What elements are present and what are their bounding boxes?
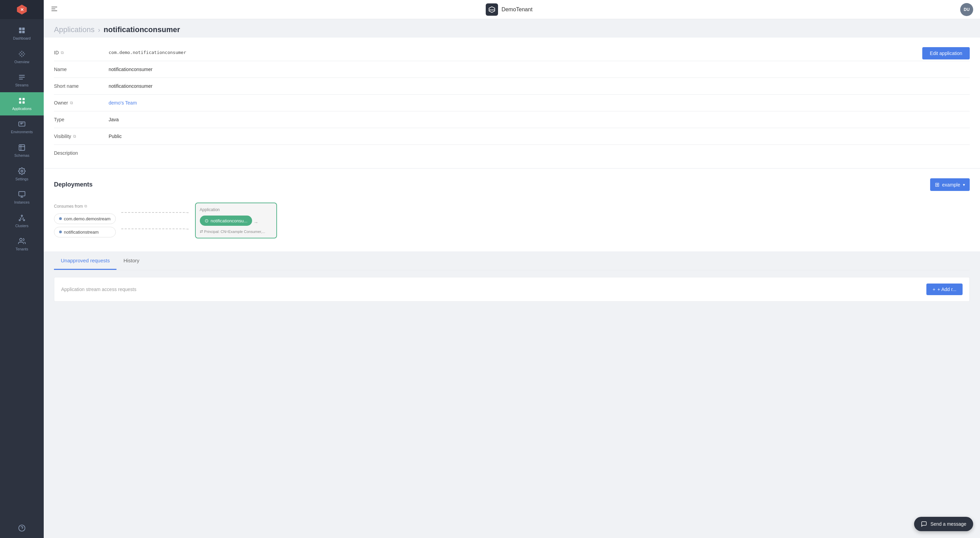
consumes-from-copy-icon[interactable]: ⧉ bbox=[84, 204, 87, 209]
divider-4 bbox=[54, 111, 970, 111]
svg-point-12 bbox=[21, 170, 23, 172]
application-node: Application ⊙ notificationconsu... → ⇄ P… bbox=[195, 202, 277, 239]
sidebar-item-applications[interactable]: Applications bbox=[0, 92, 44, 116]
sidebar-item-tenants[interactable]: Tenants bbox=[0, 232, 44, 256]
tenant-name: DemoTenant bbox=[501, 6, 533, 13]
sidebar-item-overview[interactable]: Overview bbox=[0, 45, 44, 69]
detail-label-id: ID ⧉ bbox=[54, 50, 109, 55]
env-selector-chevron-icon: ▾ bbox=[963, 182, 965, 187]
copy-owner-icon[interactable]: ⧉ bbox=[70, 100, 73, 105]
page-content: Applications › notificationconsumer Edit… bbox=[44, 19, 980, 538]
help-button[interactable] bbox=[13, 520, 30, 538]
detail-label-owner: Owner ⧉ bbox=[54, 100, 109, 105]
consumes-from-label: Consumes from ⧉ bbox=[54, 204, 116, 209]
detail-value-type: Java bbox=[109, 117, 119, 122]
sidebar-item-streams[interactable]: Streams bbox=[0, 68, 44, 92]
topbar-left bbox=[51, 5, 58, 14]
svg-text:✕: ✕ bbox=[20, 8, 24, 12]
svg-point-15 bbox=[19, 219, 21, 221]
deployments-section: Deployments ⊞ example ▾ Consumes from ⧉ bbox=[44, 169, 980, 251]
sidebar-item-clusters[interactable]: Clusters bbox=[0, 209, 44, 233]
deployments-header: Deployments ⊞ example ▾ bbox=[54, 178, 970, 191]
detail-row-visibility: Visibility ⧉ Public bbox=[54, 131, 970, 142]
copy-visibility-icon[interactable]: ⧉ bbox=[73, 134, 76, 138]
app-node-header: Application bbox=[200, 207, 272, 212]
divider-2 bbox=[54, 78, 970, 78]
topbar-center: DEMO DemoTenant bbox=[486, 3, 533, 16]
breadcrumb-separator: › bbox=[98, 26, 100, 34]
stream-access-card: Application stream access requests + + A… bbox=[54, 277, 970, 302]
divider-5 bbox=[54, 128, 970, 128]
tabs-bar: Unapproved requests History bbox=[54, 252, 970, 270]
breadcrumb-parent-link[interactable]: Applications bbox=[54, 25, 95, 34]
detail-row-type: Type Java bbox=[54, 114, 970, 125]
divider-3 bbox=[54, 94, 970, 95]
stream-pill-1[interactable]: com.demo.demostream bbox=[54, 213, 116, 224]
app-node-name[interactable]: ⊙ notificationconsu... bbox=[200, 215, 253, 226]
deployments-title: Deployments bbox=[54, 181, 92, 188]
sidebar-item-dashboard[interactable]: Dashboard bbox=[0, 22, 44, 45]
sidebar: ✕ Dashboard Overview Streams Application… bbox=[0, 0, 44, 538]
bottom-panel: Application stream access requests + + A… bbox=[44, 270, 980, 309]
svg-rect-10 bbox=[22, 102, 25, 103]
edit-application-button[interactable]: Edit application bbox=[922, 47, 970, 59]
svg-rect-5 bbox=[22, 31, 25, 33]
user-avatar[interactable]: DU bbox=[960, 3, 973, 16]
stream-dot-icon-2 bbox=[59, 231, 62, 233]
sidebar-item-schemas[interactable]: Schemas bbox=[0, 139, 44, 162]
add-request-icon: + bbox=[932, 287, 935, 292]
chat-bubble[interactable]: Send a message bbox=[914, 517, 973, 531]
svg-rect-13 bbox=[19, 192, 25, 196]
chat-label: Send a message bbox=[931, 521, 966, 527]
environment-selector-button[interactable]: ⊞ example ▾ bbox=[930, 178, 970, 191]
tab-unapproved-requests[interactable]: Unapproved requests bbox=[54, 252, 116, 270]
detail-label-short-name: Short name bbox=[54, 83, 109, 89]
env-selector-grid-icon: ⊞ bbox=[935, 181, 939, 188]
breadcrumb-current: notificationconsumer bbox=[103, 25, 180, 34]
menu-toggle-button[interactable] bbox=[51, 5, 58, 14]
add-request-button[interactable]: + + Add r... bbox=[926, 283, 963, 295]
divider-6 bbox=[54, 145, 970, 145]
topbar-right: DU bbox=[960, 3, 973, 16]
sidebar-logo: ✕ bbox=[0, 0, 44, 19]
sidebar-item-instances[interactable]: Instances bbox=[0, 186, 44, 209]
detail-value-visibility: Public bbox=[109, 134, 122, 139]
details-section: Edit application ID ⧉ com.demo.notificat… bbox=[44, 38, 980, 168]
topbar: DEMO DemoTenant DU bbox=[44, 0, 980, 19]
dashed-arrow-1: → bbox=[121, 210, 189, 215]
stream-pill-2[interactable]: notificationstream bbox=[54, 227, 116, 237]
detail-value-name: notificationconsumer bbox=[109, 67, 152, 72]
dashed-line-2 bbox=[121, 229, 185, 229]
detail-row-description: Description bbox=[54, 148, 970, 159]
svg-point-16 bbox=[24, 219, 25, 221]
svg-rect-8 bbox=[22, 98, 25, 100]
svg-point-6 bbox=[21, 53, 22, 55]
detail-value-short-name: notificationconsumer bbox=[109, 83, 152, 89]
app-node-out-arrow: → bbox=[253, 220, 258, 225]
detail-row-short-name: Short name notificationconsumer bbox=[54, 81, 970, 92]
tab-history[interactable]: History bbox=[116, 252, 146, 270]
detail-label-type: Type bbox=[54, 117, 109, 122]
dashed-arrow-2: → bbox=[121, 226, 189, 232]
divider-1 bbox=[54, 61, 970, 61]
sidebar-item-settings[interactable]: Settings bbox=[0, 162, 44, 186]
detail-row-name: Name notificationconsumer bbox=[54, 64, 970, 75]
detail-label-name: Name bbox=[54, 67, 109, 72]
stream-dot-icon-1 bbox=[59, 217, 62, 220]
arrow-lines: → → bbox=[121, 210, 189, 232]
detail-value-owner[interactable]: demo's Team bbox=[109, 100, 137, 105]
sidebar-nav: Dashboard Overview Streams Applications … bbox=[0, 19, 44, 520]
app-node-icon: ⊙ bbox=[205, 218, 209, 223]
svg-rect-4 bbox=[19, 31, 22, 33]
svg-text:DEMO: DEMO bbox=[489, 9, 495, 11]
detail-label-visibility: Visibility ⧉ bbox=[54, 134, 109, 139]
dashed-line-1 bbox=[121, 212, 185, 213]
svg-rect-7 bbox=[19, 98, 21, 100]
copy-id-icon[interactable]: ⧉ bbox=[61, 50, 64, 55]
sidebar-item-environments[interactable]: Environments bbox=[0, 115, 44, 139]
arrow-head-1: → bbox=[185, 210, 189, 215]
detail-value-id: com.demo.notificationconsumer bbox=[109, 50, 186, 55]
breadcrumb: Applications › notificationconsumer bbox=[44, 19, 980, 38]
svg-rect-3 bbox=[22, 28, 25, 30]
detail-row-owner: Owner ⧉ demo's Team bbox=[54, 97, 970, 108]
